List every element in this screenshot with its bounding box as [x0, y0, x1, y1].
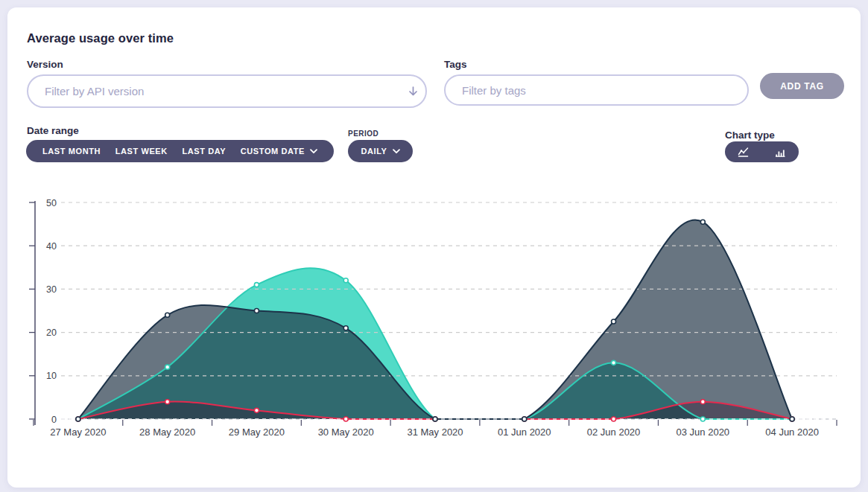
- y-tick-label: 40: [46, 241, 57, 252]
- data-dot-dark-series: [522, 417, 527, 421]
- x-tick-label: 02 Jun 2020: [587, 426, 641, 438]
- data-dot-red-series: [612, 417, 616, 421]
- data-dot-teal-series: [700, 417, 705, 421]
- date-range-option-custom-date[interactable]: CUSTOM DATE: [241, 147, 317, 156]
- chevron-down-icon: [310, 149, 317, 154]
- chevron-down-icon: [393, 149, 400, 154]
- data-dot-dark-series: [790, 417, 794, 421]
- x-tick-label: 27 May 2020: [50, 426, 106, 438]
- line-chart-icon: [738, 147, 749, 157]
- area-fill-dark-series: [78, 220, 792, 419]
- data-dot-teal-series: [612, 360, 616, 365]
- x-tick-label: 29 May 2020: [229, 426, 285, 438]
- download-button[interactable]: [807, 141, 844, 162]
- period-dropdown[interactable]: DAILY: [348, 140, 413, 162]
- tags-filter-input[interactable]: [444, 74, 749, 106]
- data-dot-teal-series: [343, 278, 348, 283]
- bar-chart-button[interactable]: [775, 147, 786, 157]
- period-label: PERIOD: [348, 130, 378, 138]
- data-dot-red-series: [254, 408, 259, 412]
- date-range-option-label: CUSTOM DATE: [241, 147, 305, 156]
- data-dot-dark-series: [165, 313, 170, 317]
- date-range-label: Date range: [27, 125, 79, 136]
- line-chart-button[interactable]: [738, 147, 749, 157]
- date-range-option-last-week[interactable]: LAST WEEK: [115, 147, 168, 156]
- add-tag-button[interactable]: ADD TAG: [760, 73, 844, 99]
- data-dot-dark-series: [254, 309, 259, 313]
- data-dot-red-series: [165, 400, 170, 404]
- version-filter-input[interactable]: [27, 74, 427, 108]
- date-range-option-label: LAST MONTH: [42, 147, 101, 156]
- data-dot-dark-series: [76, 417, 80, 421]
- y-tick-label: 20: [46, 328, 57, 338]
- download-icon: [820, 147, 831, 157]
- data-dot-teal-series: [165, 365, 170, 369]
- usage-panel: Average usage over time Version Tags ADD…: [7, 7, 861, 488]
- x-tick-label: 30 May 2020: [318, 426, 374, 438]
- date-range-option-last-day[interactable]: LAST DAY: [182, 147, 226, 156]
- data-dot-red-series: [343, 417, 348, 421]
- y-tick-label: 30: [46, 284, 57, 295]
- x-tick-label: 31 May 2020: [407, 426, 463, 438]
- date-range-group: LAST MONTHLAST WEEKLAST DAYCUSTOM DATE: [26, 140, 334, 162]
- data-dot-teal-series: [254, 283, 259, 287]
- chart-type-toggle: [725, 141, 799, 162]
- data-dot-dark-series: [700, 220, 705, 224]
- tags-label: Tags: [444, 59, 467, 70]
- x-tick-label: 28 May 2020: [139, 426, 195, 438]
- x-tick-label: 01 Jun 2020: [498, 426, 551, 438]
- y-tick-label: 0: [51, 415, 57, 425]
- y-tick-label: 50: [46, 198, 57, 208]
- x-tick-label: 03 Jun 2020: [677, 426, 730, 438]
- data-dot-dark-series: [612, 319, 616, 324]
- period-value: DAILY: [361, 147, 400, 156]
- chart-type-label: Chart type: [725, 130, 775, 141]
- data-dot-dark-series: [433, 417, 437, 421]
- x-tick-label: 04 Jun 2020: [765, 426, 819, 438]
- data-dot-dark-series: [343, 326, 348, 330]
- date-range-option-label: LAST WEEK: [115, 147, 168, 156]
- date-range-option-last-month[interactable]: LAST MONTH: [42, 147, 101, 156]
- usage-area-chart: 0102030405027 May 202028 May 202029 May …: [7, 194, 861, 461]
- data-dot-red-series: [700, 400, 705, 404]
- page-title: Average usage over time: [27, 31, 174, 45]
- date-range-option-label: LAST DAY: [182, 147, 226, 156]
- version-label: Version: [27, 59, 63, 70]
- usage-chart-container: 0102030405027 May 202028 May 202029 May …: [7, 194, 861, 461]
- bar-chart-icon: [775, 147, 786, 157]
- y-tick-label: 10: [46, 371, 57, 381]
